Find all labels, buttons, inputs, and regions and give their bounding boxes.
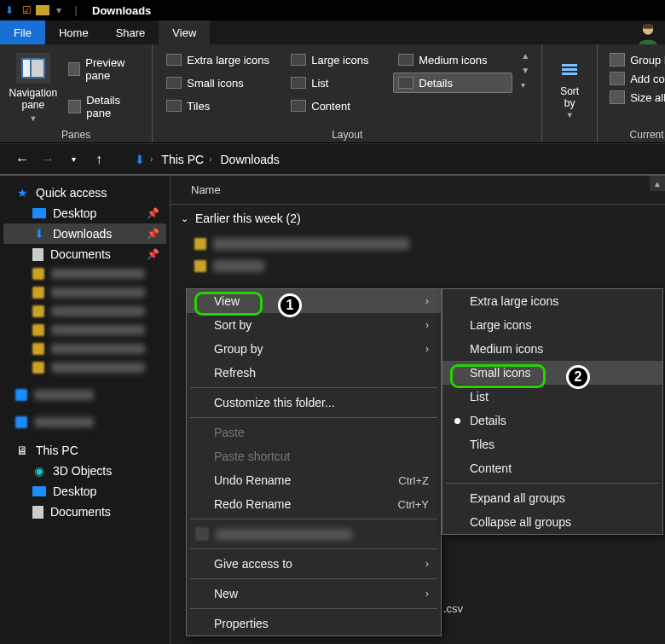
desktop-icon	[32, 208, 46, 218]
tree-this-pc[interactable]: 🖥 This PC	[3, 440, 166, 461]
chevron-right-icon: ›	[425, 588, 429, 600]
file-row-blurred[interactable]	[194, 256, 665, 276]
large-icons-icon	[291, 54, 306, 66]
menu-file[interactable]: File	[0, 20, 45, 44]
ctx-refresh[interactable]: Refresh	[187, 361, 441, 385]
add-columns-icon	[610, 72, 625, 85]
sub-large-icons[interactable]: Large icons	[442, 313, 662, 337]
ribbon-group-sort-spacer	[551, 125, 588, 141]
ctx-customize-folder[interactable]: Customize this folder...	[187, 391, 441, 415]
layout-small-icons[interactable]: Small icons	[161, 73, 280, 93]
ctx-properties[interactable]: Properties	[187, 612, 441, 635]
tree-3d-objects[interactable]: ◉ 3D Objects	[3, 461, 166, 481]
ctx-group-by[interactable]: Group by›	[187, 337, 441, 361]
layout-tiles[interactable]: Tiles	[161, 96, 280, 116]
layout-details[interactable]: Details	[393, 73, 512, 93]
tree-documents[interactable]: Documents 📌	[3, 244, 166, 264]
extra-large-icons-icon	[166, 54, 182, 66]
tree-blurred-item[interactable]	[3, 321, 166, 339]
chevron-right-icon: ›	[425, 558, 429, 570]
size-all-columns-button[interactable]: Size all column	[606, 89, 665, 106]
ctx-separator	[190, 387, 437, 388]
chevron-right-icon: ›	[425, 343, 429, 355]
tree-desktop[interactable]: Desktop 📌	[3, 203, 166, 223]
details-pane-label: Details pane	[86, 94, 138, 119]
tree-blurred-item[interactable]	[3, 339, 166, 358]
menu-share[interactable]: Share	[102, 20, 159, 44]
layout-expand-icon[interactable]: ▾	[521, 80, 529, 90]
breadcrumb-root-icon[interactable]: ⬇›	[135, 153, 153, 166]
small-icons-icon	[166, 77, 182, 89]
pc-icon: 🖥	[15, 444, 29, 456]
nav-back-button[interactable]: ←	[14, 151, 31, 168]
ribbon: Navigation pane ▼ Preview pane Details p…	[0, 44, 665, 143]
sort-by-icon	[556, 56, 583, 84]
sub-details[interactable]: Details	[442, 409, 662, 432]
add-columns-button[interactable]: Add columns▾	[606, 70, 665, 87]
tree-quick-access[interactable]: ★ Quick access	[3, 183, 166, 203]
layout-scroll-up-icon[interactable]: ▲	[521, 51, 529, 61]
navigation-pane-button[interactable]: Navigation pane ▼	[9, 49, 58, 125]
ctx-blurred-app[interactable]	[187, 522, 441, 546]
context-submenu-view: Extra large icons Large icons Medium ico…	[442, 288, 663, 535]
tree-downloads[interactable]: ⬇ Downloads 📌	[3, 223, 166, 244]
folder-icon	[194, 238, 206, 250]
file-row-blurred[interactable]	[194, 234, 665, 254]
tree-blurred-item[interactable]	[3, 302, 166, 321]
scroll-up-icon[interactable]: ▲	[650, 176, 665, 191]
ctx-give-access-to[interactable]: Give access to›	[187, 552, 441, 576]
sort-by-button[interactable]: Sort by ▼	[551, 49, 588, 125]
tree-blurred-item[interactable]	[3, 264, 166, 283]
ctx-separator	[190, 548, 437, 549]
sub-expand-all-groups[interactable]: Expand all groups	[442, 486, 662, 510]
ctx-new[interactable]: New›	[187, 582, 441, 606]
sub-small-icons[interactable]: Small icons	[442, 361, 662, 385]
star-icon: ★	[15, 187, 29, 199]
tree-blurred-item[interactable]	[3, 283, 166, 302]
svg-rect-1	[643, 24, 653, 28]
tree-blurred-item[interactable]	[3, 413, 166, 432]
ctx-view[interactable]: View›	[187, 289, 441, 313]
tree-blurred-item[interactable]	[3, 386, 166, 404]
ctx-redo-rename[interactable]: Redo RenameCtrl+Y	[187, 492, 441, 516]
ctx-redo-shortcut: Ctrl+Y	[398, 498, 429, 511]
tree-blurred-item[interactable]	[3, 358, 166, 377]
desktop-icon	[32, 486, 46, 496]
sub-collapse-all-groups[interactable]: Collapse all groups	[442, 510, 662, 534]
sub-medium-icons[interactable]: Medium icons	[442, 337, 662, 361]
layout-extra-large-icons[interactable]: Extra large icons	[161, 49, 280, 70]
details-pane-button[interactable]: Details pane	[63, 90, 144, 123]
nav-forward-button[interactable]: →	[39, 151, 56, 168]
sub-tiles[interactable]: Tiles	[442, 432, 662, 456]
layout-content[interactable]: Content	[286, 96, 388, 116]
ctx-undo-rename[interactable]: Undo RenameCtrl+Z	[187, 468, 441, 492]
menu-home[interactable]: Home	[45, 20, 102, 44]
layout-medium-icons[interactable]: Medium icons	[393, 49, 512, 70]
group-header[interactable]: ⌄ Earlier this week (2)	[171, 205, 665, 232]
breadcrumb-downloads[interactable]: Downloads	[220, 153, 279, 166]
breadcrumb-this-pc[interactable]: This PC›	[161, 153, 211, 166]
sub-list[interactable]: List	[442, 385, 662, 409]
layout-large-icons[interactable]: Large icons	[286, 49, 388, 70]
nav-recent-dropdown[interactable]: ▾	[65, 151, 82, 168]
layout-scroll-down-icon[interactable]: ▼	[521, 66, 529, 75]
documents-icon	[32, 506, 43, 519]
ribbon-group-layout-label: Layout	[161, 125, 533, 141]
ribbon-group-current-view-label: Current view	[606, 125, 665, 141]
ctx-sort-by[interactable]: Sort by›	[187, 313, 441, 337]
navigation-row: ← → ▾ ↑ ⬇› This PC› Downloads	[0, 143, 665, 174]
tree-documents-2[interactable]: Documents	[3, 502, 166, 522]
step-badge-1: 1	[278, 293, 302, 317]
group-by-button[interactable]: Group by▾	[606, 51, 665, 68]
sub-content[interactable]: Content	[442, 456, 662, 480]
csv-fragment: .csv	[443, 602, 463, 615]
sub-extra-large-icons[interactable]: Extra large icons	[442, 289, 662, 313]
tree-desktop-2[interactable]: Desktop	[3, 481, 166, 502]
preview-pane-button[interactable]: Preview pane	[63, 53, 144, 85]
menu-view[interactable]: View	[159, 20, 210, 44]
svg-rect-4	[32, 60, 43, 77]
window-check-icon: ☑	[19, 3, 34, 18]
nav-up-button[interactable]: ↑	[90, 151, 107, 168]
layout-list[interactable]: List	[286, 73, 388, 93]
column-header-name[interactable]: Name	[171, 176, 665, 205]
